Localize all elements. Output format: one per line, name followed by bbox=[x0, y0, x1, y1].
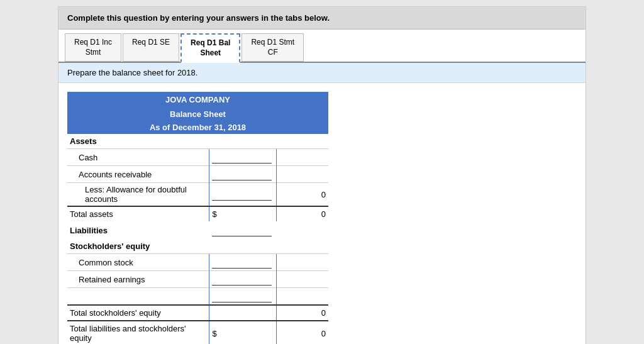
assets-label: Assets bbox=[67, 134, 209, 149]
total-liab-se-dollar: $ bbox=[209, 321, 277, 344]
tab-stmt-cf[interactable]: Req D1 Stmt CF bbox=[242, 33, 304, 62]
cash-row: Cash bbox=[67, 149, 328, 166]
retained-earnings-label: Retained earnings bbox=[67, 271, 209, 288]
common-stock-row: Common stock bbox=[67, 254, 328, 271]
assets-section-row: Assets bbox=[67, 134, 328, 149]
table-area: JOVA COMPANY Balance Sheet As of Decembe… bbox=[58, 83, 586, 344]
tab-inc-stmt[interactable]: Req D1 Inc Stmt bbox=[65, 33, 121, 62]
title-header-row: Balance Sheet bbox=[67, 108, 328, 121]
instruction-text: Complete this question by entering your … bbox=[67, 13, 330, 23]
se-section-row: Stockholders' equity bbox=[67, 239, 328, 254]
total-assets-dollar: $ bbox=[209, 206, 277, 221]
se-label: Stockholders' equity bbox=[67, 239, 209, 254]
total-se-label: Total stockholders' equity bbox=[67, 305, 209, 321]
tab-bal-sheet[interactable]: Req D1 Bal Sheet bbox=[180, 33, 240, 63]
extra-input[interactable] bbox=[212, 290, 272, 302]
allowance-value: 0 bbox=[277, 183, 328, 207]
allowance-input[interactable] bbox=[212, 188, 272, 201]
tabs-row: Req D1 Inc Stmt Req D1 SE Req D1 Bal She… bbox=[58, 30, 586, 63]
retained-earnings-input[interactable] bbox=[212, 273, 272, 286]
sheet-date: As of December 31, 2018 bbox=[67, 121, 328, 134]
liabilities-label: Liabilities bbox=[67, 221, 209, 239]
cash-input[interactable] bbox=[212, 151, 272, 164]
total-assets-value: 0 bbox=[277, 206, 328, 221]
common-stock-input[interactable] bbox=[212, 256, 272, 269]
section-instruction: Prepare the balance sheet for 2018. bbox=[58, 63, 586, 83]
retained-earnings-row: Retained earnings bbox=[67, 271, 328, 288]
liabilities-section-row: Liabilities bbox=[67, 221, 328, 239]
common-stock-label: Common stock bbox=[67, 254, 209, 271]
tab-se[interactable]: Req D1 SE bbox=[123, 33, 179, 62]
company-header-row: JOVA COMPANY bbox=[67, 92, 328, 108]
ar-row: Accounts receivable bbox=[67, 166, 328, 183]
cash-label: Cash bbox=[67, 149, 209, 166]
allowance-label: Less: Allowance for doubtful accounts bbox=[67, 183, 209, 207]
total-liab-se-label: Total liabilities and stockholders' equi… bbox=[67, 321, 209, 344]
allowance-row: Less: Allowance for doubtful accounts 0 bbox=[67, 183, 328, 207]
total-assets-row: Total assets $ 0 bbox=[67, 206, 328, 221]
instruction-bar: Complete this question by entering your … bbox=[58, 7, 586, 30]
total-liab-se-value: 0 bbox=[277, 321, 328, 344]
balance-sheet-table: JOVA COMPANY Balance Sheet As of Decembe… bbox=[67, 92, 328, 344]
ar-input[interactable] bbox=[212, 168, 272, 180]
extra-row bbox=[67, 288, 328, 306]
ar-label: Accounts receivable bbox=[67, 166, 209, 183]
sheet-title: Balance Sheet bbox=[67, 108, 328, 121]
total-liab-se-row: Total liabilities and stockholders' equi… bbox=[67, 321, 328, 344]
liabilities-input[interactable] bbox=[212, 224, 272, 236]
main-container: Complete this question by entering your … bbox=[58, 6, 586, 344]
total-se-value: 0 bbox=[277, 305, 328, 321]
company-name: JOVA COMPANY bbox=[67, 92, 328, 108]
total-se-row: Total stockholders' equity 0 bbox=[67, 305, 328, 321]
date-header-row: As of December 31, 2018 bbox=[67, 121, 328, 134]
total-assets-label: Total assets bbox=[67, 206, 209, 221]
